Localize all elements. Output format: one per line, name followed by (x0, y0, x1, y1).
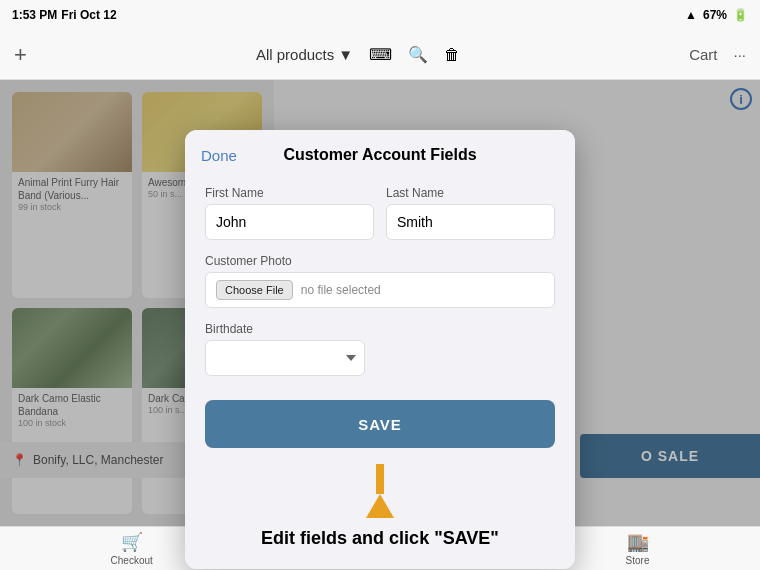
birthdate-select[interactable] (205, 340, 365, 376)
status-time: 1:53 PM Fri Oct 12 (12, 8, 117, 22)
first-name-input[interactable] (205, 204, 374, 240)
battery-icon: 🔋 (733, 8, 748, 22)
more-icon[interactable]: ··· (733, 46, 746, 63)
name-row: First Name Last Name (205, 186, 555, 240)
add-button[interactable]: + (14, 42, 27, 68)
main-area: Animal Print Furry Hair Band (Various...… (0, 80, 760, 526)
trash-icon[interactable]: 🗑 (444, 46, 460, 64)
photo-label: Customer Photo (205, 254, 555, 268)
last-name-label: Last Name (386, 186, 555, 200)
store-icon: 🏬 (627, 531, 649, 553)
nav-right: Cart ··· (689, 46, 746, 63)
nav-center: All products ▼ ⌨ 🔍 🗑 (256, 45, 460, 64)
annotation: Edit fields and click "SAVE" (205, 448, 555, 549)
battery-display: 67% (703, 8, 727, 22)
file-name-display: no file selected (301, 283, 381, 297)
modal-header: Done Customer Account Fields (185, 130, 575, 174)
annotation-text: Edit fields and click "SAVE" (205, 528, 555, 549)
products-title-text: All products (256, 46, 334, 63)
arrow-shaft (376, 464, 384, 494)
save-button[interactable]: SAVE (205, 400, 555, 448)
checkout-icon: 🛒 (121, 531, 143, 553)
tab-store[interactable]: 🏬 Store (626, 531, 650, 566)
first-name-group: First Name (205, 186, 374, 240)
modal-body: First Name Last Name Customer Photo Choo… (185, 174, 575, 569)
checkout-label: Checkout (111, 555, 153, 566)
customer-account-modal: Done Customer Account Fields First Name … (185, 130, 575, 569)
products-title[interactable]: All products ▼ (256, 46, 353, 63)
done-button[interactable]: Done (201, 147, 237, 164)
top-nav: + All products ▼ ⌨ 🔍 🗑 Cart ··· (0, 30, 760, 80)
time-display: 1:53 PM (12, 8, 57, 22)
arrow-head (366, 494, 394, 518)
tab-checkout[interactable]: 🛒 Checkout (111, 531, 153, 566)
last-name-group: Last Name (386, 186, 555, 240)
file-input-wrapper: Choose File no file selected (205, 272, 555, 308)
dropdown-icon: ▼ (338, 46, 353, 63)
wifi-icon: ▲ (685, 8, 697, 22)
birthdate-group: Birthdate (205, 322, 555, 376)
last-name-input[interactable] (386, 204, 555, 240)
search-icon[interactable]: 🔍 (408, 45, 428, 64)
nav-left: + (14, 42, 27, 68)
date-display: Fri Oct 12 (61, 8, 116, 22)
choose-file-button[interactable]: Choose File (216, 280, 293, 300)
photo-group: Customer Photo Choose File no file selec… (205, 254, 555, 308)
barcode-icon[interactable]: ⌨ (369, 45, 392, 64)
birthdate-label: Birthdate (205, 322, 555, 336)
first-name-label: First Name (205, 186, 374, 200)
status-icons: ▲ 67% 🔋 (685, 8, 748, 22)
modal-title: Customer Account Fields (283, 146, 476, 164)
store-label: Store (626, 555, 650, 566)
cart-label: Cart (689, 46, 717, 63)
status-bar: 1:53 PM Fri Oct 12 ▲ 67% 🔋 (0, 0, 760, 30)
